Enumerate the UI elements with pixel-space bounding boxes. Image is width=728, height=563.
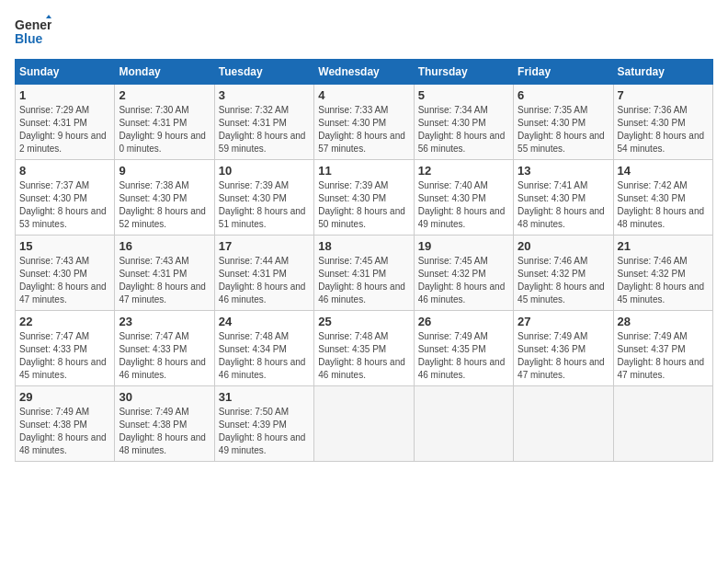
calendar-cell [613, 386, 712, 462]
calendar-cell [514, 386, 613, 462]
day-number: 5 [418, 88, 509, 102]
page-header: General Blue [15, 15, 713, 48]
calendar-cell: 1Sunrise: 7:29 AM Sunset: 4:31 PM Daylig… [16, 85, 115, 160]
logo-svg: General Blue [15, 15, 51, 48]
day-info: Sunrise: 7:49 AM Sunset: 4:37 PM Dayligh… [618, 330, 709, 382]
calendar-cell: 16Sunrise: 7:43 AM Sunset: 4:31 PM Dayli… [115, 236, 214, 311]
calendar-cell: 23Sunrise: 7:47 AM Sunset: 4:33 PM Dayli… [115, 311, 214, 386]
day-number: 2 [119, 88, 210, 102]
day-info: Sunrise: 7:49 AM Sunset: 4:38 PM Dayligh… [19, 406, 110, 457]
day-info: Sunrise: 7:49 AM Sunset: 4:36 PM Dayligh… [518, 330, 609, 382]
calendar-cell: 4Sunrise: 7:33 AM Sunset: 4:30 PM Daylig… [314, 85, 414, 160]
day-info: Sunrise: 7:40 AM Sunset: 4:30 PM Dayligh… [418, 179, 509, 231]
day-info: Sunrise: 7:48 AM Sunset: 4:34 PM Dayligh… [219, 330, 310, 382]
day-info: Sunrise: 7:39 AM Sunset: 4:30 PM Dayligh… [219, 179, 310, 231]
day-number: 19 [418, 239, 509, 253]
calendar-cell: 28Sunrise: 7:49 AM Sunset: 4:37 PM Dayli… [613, 311, 712, 386]
calendar-cell: 7Sunrise: 7:36 AM Sunset: 4:30 PM Daylig… [613, 85, 712, 160]
calendar-cell: 19Sunrise: 7:45 AM Sunset: 4:32 PM Dayli… [414, 236, 513, 311]
day-number: 24 [219, 315, 310, 328]
day-number: 10 [219, 164, 310, 178]
day-number: 15 [19, 239, 110, 253]
day-number: 7 [618, 88, 709, 102]
day-info: Sunrise: 7:45 AM Sunset: 4:32 PM Dayligh… [418, 255, 509, 306]
calendar-cell: 30Sunrise: 7:49 AM Sunset: 4:38 PM Dayli… [115, 386, 214, 462]
day-info: Sunrise: 7:29 AM Sunset: 4:31 PM Dayligh… [19, 104, 110, 155]
day-info: Sunrise: 7:43 AM Sunset: 4:31 PM Dayligh… [119, 255, 210, 306]
calendar-cell [414, 386, 513, 462]
day-info: Sunrise: 7:49 AM Sunset: 4:35 PM Dayligh… [418, 330, 509, 382]
day-number: 29 [19, 390, 110, 404]
day-info: Sunrise: 7:50 AM Sunset: 4:39 PM Dayligh… [219, 406, 310, 457]
day-info: Sunrise: 7:32 AM Sunset: 4:31 PM Dayligh… [219, 104, 310, 155]
logo: General Blue [15, 15, 51, 48]
day-number: 6 [518, 88, 609, 102]
day-info: Sunrise: 7:43 AM Sunset: 4:30 PM Dayligh… [19, 255, 110, 306]
day-number: 13 [518, 164, 609, 178]
day-number: 21 [618, 239, 709, 253]
day-number: 26 [418, 315, 509, 328]
day-number: 4 [318, 88, 409, 102]
day-info: Sunrise: 7:36 AM Sunset: 4:30 PM Dayligh… [618, 104, 709, 155]
day-number: 16 [119, 239, 210, 253]
svg-text:Blue: Blue [15, 31, 43, 46]
day-number: 31 [219, 390, 310, 404]
calendar-cell: 29Sunrise: 7:49 AM Sunset: 4:38 PM Dayli… [16, 386, 115, 462]
day-number: 11 [318, 164, 409, 178]
day-number: 12 [418, 164, 509, 178]
day-info: Sunrise: 7:46 AM Sunset: 4:32 PM Dayligh… [518, 255, 609, 306]
calendar-cell: 17Sunrise: 7:44 AM Sunset: 4:31 PM Dayli… [214, 236, 313, 311]
day-info: Sunrise: 7:39 AM Sunset: 4:30 PM Dayligh… [318, 179, 409, 231]
day-info: Sunrise: 7:33 AM Sunset: 4:30 PM Dayligh… [318, 104, 409, 155]
day-info: Sunrise: 7:46 AM Sunset: 4:32 PM Dayligh… [618, 255, 709, 306]
day-number: 22 [19, 315, 110, 328]
calendar-cell: 15Sunrise: 7:43 AM Sunset: 4:30 PM Dayli… [16, 236, 115, 311]
svg-marker-2 [46, 15, 51, 18]
col-header-tuesday: Tuesday [214, 60, 313, 85]
day-info: Sunrise: 7:35 AM Sunset: 4:30 PM Dayligh… [518, 104, 609, 155]
calendar-cell: 8Sunrise: 7:37 AM Sunset: 4:30 PM Daylig… [16, 160, 115, 236]
day-info: Sunrise: 7:45 AM Sunset: 4:31 PM Dayligh… [318, 255, 409, 306]
calendar-cell: 20Sunrise: 7:46 AM Sunset: 4:32 PM Dayli… [514, 236, 613, 311]
day-number: 1 [19, 88, 110, 102]
calendar-cell: 14Sunrise: 7:42 AM Sunset: 4:30 PM Dayli… [613, 160, 712, 236]
calendar-cell: 25Sunrise: 7:48 AM Sunset: 4:35 PM Dayli… [314, 311, 414, 386]
day-number: 25 [318, 315, 409, 328]
day-info: Sunrise: 7:30 AM Sunset: 4:31 PM Dayligh… [119, 104, 210, 155]
day-number: 18 [318, 239, 409, 253]
calendar-cell: 12Sunrise: 7:40 AM Sunset: 4:30 PM Dayli… [414, 160, 513, 236]
day-number: 14 [618, 164, 709, 178]
day-info: Sunrise: 7:41 AM Sunset: 4:30 PM Dayligh… [518, 179, 609, 231]
calendar-cell: 18Sunrise: 7:45 AM Sunset: 4:31 PM Dayli… [314, 236, 414, 311]
day-number: 30 [119, 390, 210, 404]
calendar-cell: 5Sunrise: 7:34 AM Sunset: 4:30 PM Daylig… [414, 85, 513, 160]
col-header-sunday: Sunday [16, 60, 115, 85]
col-header-saturday: Saturday [613, 60, 712, 85]
calendar-table: SundayMondayTuesdayWednesdayThursdayFrid… [15, 59, 713, 462]
calendar-cell: 10Sunrise: 7:39 AM Sunset: 4:30 PM Dayli… [214, 160, 313, 236]
day-info: Sunrise: 7:48 AM Sunset: 4:35 PM Dayligh… [318, 330, 409, 382]
calendar-cell: 3Sunrise: 7:32 AM Sunset: 4:31 PM Daylig… [214, 85, 313, 160]
day-info: Sunrise: 7:42 AM Sunset: 4:30 PM Dayligh… [618, 179, 709, 231]
calendar-cell [314, 386, 414, 462]
day-info: Sunrise: 7:49 AM Sunset: 4:38 PM Dayligh… [119, 406, 210, 457]
day-number: 17 [219, 239, 310, 253]
day-number: 3 [219, 88, 310, 102]
svg-text:General: General [15, 17, 51, 32]
col-header-monday: Monday [115, 60, 214, 85]
col-header-wednesday: Wednesday [314, 60, 414, 85]
calendar-cell: 27Sunrise: 7:49 AM Sunset: 4:36 PM Dayli… [514, 311, 613, 386]
day-number: 8 [19, 164, 110, 178]
col-header-friday: Friday [514, 60, 613, 85]
calendar-cell: 26Sunrise: 7:49 AM Sunset: 4:35 PM Dayli… [414, 311, 513, 386]
day-number: 23 [119, 315, 210, 328]
calendar-cell: 9Sunrise: 7:38 AM Sunset: 4:30 PM Daylig… [115, 160, 214, 236]
calendar-cell: 11Sunrise: 7:39 AM Sunset: 4:30 PM Dayli… [314, 160, 414, 236]
calendar-cell: 31Sunrise: 7:50 AM Sunset: 4:39 PM Dayli… [214, 386, 313, 462]
day-number: 27 [518, 315, 609, 328]
calendar-cell: 6Sunrise: 7:35 AM Sunset: 4:30 PM Daylig… [514, 85, 613, 160]
day-number: 20 [518, 239, 609, 253]
day-info: Sunrise: 7:44 AM Sunset: 4:31 PM Dayligh… [219, 255, 310, 306]
col-header-thursday: Thursday [414, 60, 513, 85]
day-info: Sunrise: 7:47 AM Sunset: 4:33 PM Dayligh… [119, 330, 210, 382]
